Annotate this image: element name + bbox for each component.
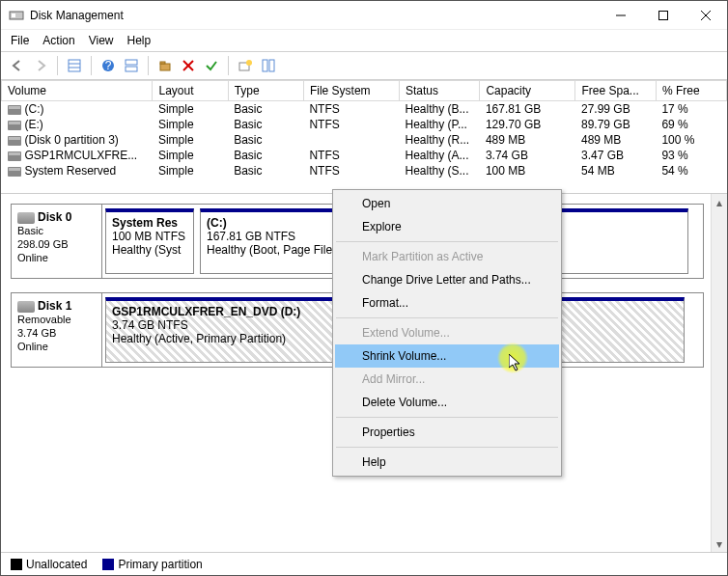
column-header[interactable]: Volume	[2, 81, 153, 101]
minimize-button[interactable]	[600, 1, 642, 30]
toolbar: ?	[1, 52, 727, 80]
context-menu-item[interactable]: Properties	[335, 421, 559, 444]
legend-unallocated: Unallocated	[11, 558, 87, 571]
context-menu: OpenExploreMark Partition as ActiveChang…	[332, 189, 562, 477]
svg-rect-19	[263, 60, 267, 71]
disk-info[interactable]: Disk 0Basic298.09 GBOnline	[12, 205, 102, 278]
svg-rect-1	[12, 14, 15, 17]
table-view-button[interactable]	[64, 55, 85, 76]
context-menu-item: Extend Volume...	[335, 321, 559, 344]
menu-action[interactable]: Action	[42, 34, 74, 47]
table-row[interactable]: System ReservedSimpleBasicNTFSHealthy (S…	[2, 163, 727, 178]
maximize-button[interactable]	[642, 1, 685, 30]
svg-rect-20	[269, 60, 274, 71]
settings-button[interactable]	[154, 55, 176, 76]
column-header[interactable]: Free Spa...	[575, 81, 656, 101]
split-view-icon[interactable]	[258, 55, 279, 76]
column-header[interactable]: Type	[228, 81, 303, 101]
svg-rect-3	[659, 11, 668, 19]
new-partition-icon[interactable]	[235, 55, 256, 76]
context-menu-item[interactable]: Explore	[335, 215, 559, 238]
disk-info[interactable]: Disk 1Removable3.74 GBOnline	[12, 293, 102, 367]
svg-rect-12	[126, 67, 137, 71]
legend-primary: Primary partition	[102, 558, 202, 571]
menu-help[interactable]: Help	[127, 34, 152, 47]
context-menu-item[interactable]: Format...	[335, 291, 559, 315]
partition[interactable]: System Res100 MB NTFSHealthy (Syst	[105, 208, 194, 274]
context-menu-item[interactable]: Help	[335, 451, 559, 474]
window-title: Disk Management	[30, 9, 600, 22]
context-menu-item[interactable]: Change Drive Letter and Paths...	[335, 268, 559, 291]
table-row[interactable]: (C:)SimpleBasicNTFSHealthy (B...167.81 G…	[2, 101, 727, 118]
menu-view[interactable]: View	[89, 34, 114, 47]
svg-rect-14	[160, 62, 165, 64]
context-menu-item[interactable]: Open	[335, 192, 559, 215]
column-header[interactable]: % Free	[656, 81, 726, 101]
table-row[interactable]: GSP1RMCULXFRE...SimpleBasicNTFSHealthy (…	[2, 148, 727, 163]
svg-point-18	[246, 60, 252, 66]
svg-rect-6	[69, 60, 80, 71]
table-row[interactable]: (Disk 0 partition 3)SimpleBasicHealthy (…	[2, 132, 727, 148]
context-menu-item: Mark Partition as Active	[335, 245, 559, 268]
layout-button[interactable]	[121, 55, 142, 76]
table-row[interactable]: (E:)SimpleBasicNTFSHealthy (P...129.70 G…	[2, 117, 727, 132]
scroll-up-icon[interactable]: ▴	[714, 196, 726, 208]
check-icon[interactable]	[201, 55, 222, 76]
svg-text:?: ?	[105, 59, 112, 72]
svg-rect-13	[160, 64, 170, 70]
column-header[interactable]: Layout	[153, 81, 228, 101]
context-menu-item[interactable]: Delete Volume...	[335, 391, 559, 414]
help-icon[interactable]: ?	[98, 55, 119, 76]
legend: Unallocated Primary partition	[1, 552, 727, 575]
delete-icon[interactable]	[178, 55, 199, 76]
back-button[interactable]	[7, 55, 28, 76]
volume-list[interactable]: VolumeLayoutTypeFile SystemStatusCapacit…	[1, 80, 727, 194]
scroll-down-icon[interactable]: ▾	[714, 537, 726, 550]
context-menu-item[interactable]: Shrink Volume...	[335, 344, 559, 368]
vertical-scrollbar[interactable]: ▴ ▾	[711, 194, 727, 552]
forward-button[interactable]	[30, 55, 51, 76]
svg-rect-11	[126, 60, 137, 65]
column-header[interactable]: File System	[303, 81, 399, 101]
column-header[interactable]: Capacity	[480, 81, 575, 101]
menubar: File Action View Help	[1, 30, 727, 52]
app-icon	[9, 8, 24, 23]
close-button[interactable]	[685, 1, 727, 30]
column-header[interactable]: Status	[399, 81, 479, 101]
titlebar: Disk Management	[1, 1, 727, 30]
menu-file[interactable]: File	[11, 34, 29, 47]
context-menu-item: Add Mirror...	[335, 368, 559, 391]
